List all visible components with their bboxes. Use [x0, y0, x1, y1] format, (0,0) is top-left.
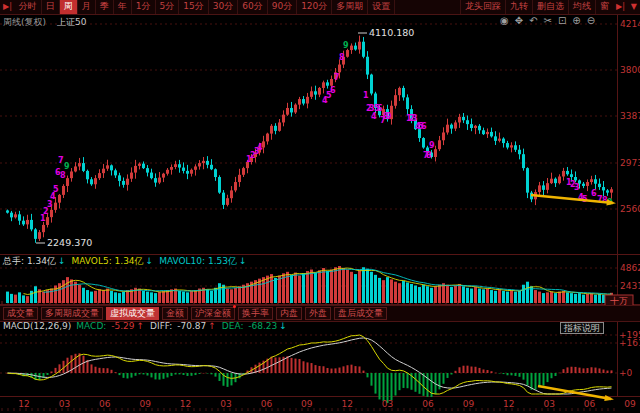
- volume-bar[interactable]: [186, 292, 189, 303]
- candlestick[interactable]: [550, 179, 553, 183]
- candlestick[interactable]: [186, 171, 189, 174]
- volume-bar[interactable]: [410, 284, 413, 303]
- candlestick[interactable]: [182, 168, 185, 171]
- candlestick[interactable]: [482, 130, 485, 134]
- volume-bar[interactable]: [438, 285, 441, 303]
- candlestick[interactable]: [318, 88, 321, 95]
- scissors-icon[interactable]: ✂: [544, 15, 552, 27]
- nav-collapse-icon[interactable]: ▶|: [0, 0, 15, 14]
- candlestick[interactable]: [446, 125, 449, 133]
- candlestick[interactable]: [538, 185, 541, 192]
- candlestick[interactable]: [66, 178, 69, 186]
- candlestick[interactable]: [134, 166, 137, 173]
- candlestick[interactable]: [438, 140, 441, 149]
- volume-bar[interactable]: [18, 292, 21, 303]
- candlestick[interactable]: [166, 170, 169, 174]
- volume-bar[interactable]: [406, 282, 409, 303]
- tab-换手率[interactable]: 换手率: [238, 307, 273, 320]
- candlestick[interactable]: [594, 179, 597, 183]
- volume-bar[interactable]: [582, 295, 585, 303]
- volume-bar[interactable]: [118, 293, 121, 303]
- candlestick[interactable]: [330, 79, 333, 86]
- indicator-help-button[interactable]: 指标说明: [560, 322, 604, 334]
- volume-bar[interactable]: [54, 285, 57, 303]
- candlestick[interactable]: [466, 120, 469, 124]
- candlestick[interactable]: [422, 138, 425, 147]
- volume-bar[interactable]: [470, 289, 473, 303]
- candlestick[interactable]: [98, 173, 101, 178]
- candlestick[interactable]: [266, 134, 269, 142]
- volume-bar[interactable]: [546, 292, 549, 303]
- tool-button-九转[interactable]: 九转: [505, 0, 532, 14]
- candlestick[interactable]: [158, 178, 161, 183]
- candlestick[interactable]: [510, 145, 513, 147]
- volume-bar[interactable]: [422, 285, 425, 303]
- volume-bar[interactable]: [362, 267, 365, 303]
- volume-bar[interactable]: [78, 285, 81, 303]
- volume-bar[interactable]: [434, 286, 437, 303]
- volume-bar[interactable]: [374, 275, 377, 303]
- volume-bar[interactable]: [206, 289, 209, 303]
- eye-icon[interactable]: ◉: [500, 15, 509, 27]
- candlestick[interactable]: [46, 217, 49, 225]
- tab-盘后成交量[interactable]: 盘后成交量: [334, 307, 387, 320]
- candlestick[interactable]: [118, 175, 121, 181]
- volume-bar[interactable]: [490, 290, 493, 303]
- volume-bar[interactable]: [34, 286, 37, 303]
- volume-bar[interactable]: [502, 291, 505, 303]
- candlestick[interactable]: [590, 179, 593, 182]
- candlestick[interactable]: [122, 181, 125, 185]
- candlestick[interactable]: [398, 88, 401, 95]
- tool-button-均线[interactable]: 均线: [568, 0, 595, 14]
- candlestick[interactable]: [354, 46, 357, 50]
- zoom-out-icon[interactable]: ⊖: [587, 15, 595, 27]
- candlestick[interactable]: [18, 214, 21, 220]
- volume-bar[interactable]: [486, 289, 489, 303]
- volume-bar[interactable]: [6, 292, 9, 303]
- candlestick[interactable]: [502, 139, 505, 143]
- candlestick[interactable]: [146, 168, 149, 172]
- tab-多周期成交量[interactable]: 多周期成交量: [41, 307, 103, 320]
- candlestick[interactable]: [130, 173, 133, 179]
- period-tab-周[interactable]: 周: [60, 0, 78, 14]
- volume-bar[interactable]: [278, 276, 281, 303]
- volume-bar[interactable]: [22, 295, 25, 303]
- candlestick[interactable]: [586, 182, 589, 186]
- volume-bar[interactable]: [350, 272, 353, 303]
- volume-bar[interactable]: [194, 290, 197, 303]
- volume-bar[interactable]: [102, 290, 105, 303]
- volume-bar[interactable]: [314, 273, 317, 303]
- volume-bar[interactable]: [526, 282, 529, 303]
- candlestick[interactable]: [602, 187, 605, 190]
- candlestick[interactable]: [82, 163, 85, 171]
- candlestick[interactable]: [366, 57, 369, 75]
- volume-bar[interactable]: [398, 283, 401, 303]
- candlestick[interactable]: [242, 168, 245, 175]
- volume-bar[interactable]: [66, 277, 69, 303]
- period-tab-多周期[interactable]: 多周期: [332, 0, 368, 14]
- volume-bar[interactable]: [514, 292, 517, 303]
- period-tab-120分[interactable]: 120分: [297, 0, 332, 14]
- candlestick[interactable]: [606, 190, 609, 192]
- candlestick[interactable]: [470, 124, 473, 128]
- candlestick[interactable]: [94, 178, 97, 184]
- candlestick[interactable]: [462, 117, 465, 120]
- volume-bar[interactable]: [586, 294, 589, 303]
- lock-icon[interactable]: ⊡: [558, 15, 566, 27]
- volume-bar[interactable]: [114, 292, 117, 303]
- volume-bar[interactable]: [458, 284, 461, 303]
- volume-bar[interactable]: [354, 274, 357, 303]
- candlestick[interactable]: [490, 132, 493, 136]
- volume-bar[interactable]: [334, 267, 337, 303]
- candlestick[interactable]: [238, 175, 241, 182]
- volume-bar[interactable]: [498, 289, 501, 303]
- volume-bar[interactable]: [378, 278, 381, 303]
- volume-bar[interactable]: [10, 294, 13, 303]
- candlestick[interactable]: [346, 50, 349, 57]
- tab-内盘[interactable]: 内盘: [276, 307, 302, 320]
- volume-bar[interactable]: [290, 275, 293, 303]
- volume-bar[interactable]: [86, 290, 89, 303]
- candlestick[interactable]: [150, 173, 153, 179]
- candlestick[interactable]: [6, 210, 9, 212]
- zoom-in-icon[interactable]: ⊕: [572, 15, 580, 27]
